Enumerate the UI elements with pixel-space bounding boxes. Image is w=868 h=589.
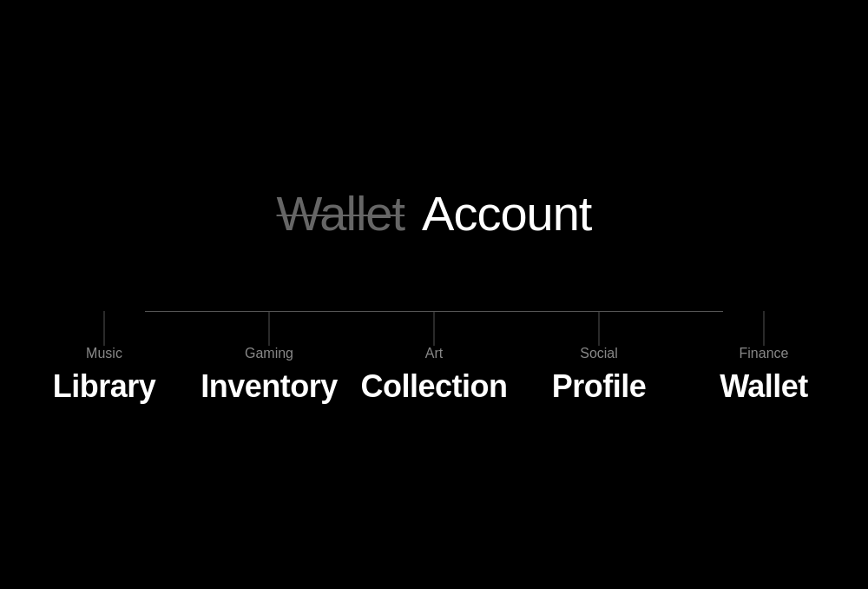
nav-category-gaming: Gaming <box>245 346 293 361</box>
top-heading-section: Wallet Account <box>277 185 592 242</box>
nav-category-social: Social <box>580 346 618 361</box>
nav-category-music: Music <box>86 346 122 361</box>
nav-item-wallet[interactable]: FinanceWallet <box>681 311 846 405</box>
nav-item-profile[interactable]: SocialProfile <box>516 311 681 405</box>
nav-items-container: MusicLibraryGamingInventoryArtCollection… <box>22 311 846 405</box>
nav-item-library[interactable]: MusicLibrary <box>22 311 187 405</box>
wallet-strikethrough-label: Wallet <box>277 185 405 242</box>
nav-item-inventory[interactable]: GamingInventory <box>187 311 352 405</box>
nav-category-finance: Finance <box>740 346 789 361</box>
nav-label-collection: Collection <box>360 368 507 405</box>
nav-label-library: Library <box>53 368 156 405</box>
nav-category-art: Art <box>425 346 443 361</box>
account-title-label: Account <box>422 185 591 242</box>
nav-label-inventory: Inventory <box>201 368 338 405</box>
bottom-nav-section: MusicLibraryGamingInventoryArtCollection… <box>22 311 846 405</box>
nav-label-wallet: Wallet <box>720 368 808 405</box>
nav-item-collection[interactable]: ArtCollection <box>352 311 516 405</box>
nav-label-profile: Profile <box>552 368 647 405</box>
